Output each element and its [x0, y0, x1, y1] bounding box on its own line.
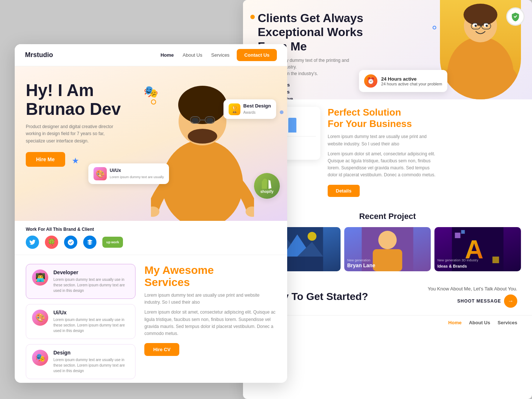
svg-point-19: [378, 231, 397, 249]
svg-text:up: up: [106, 240, 111, 244]
project-thumb-2: New generation Bryan Lane: [344, 227, 431, 271]
award-text: Best Design Awards: [243, 103, 271, 115]
active-badge-icon: ⏰: [364, 74, 377, 88]
nav-services[interactable]: Services: [211, 52, 230, 58]
hero-person: [147, 66, 258, 221]
back-nav-about[interactable]: About Us: [469, 320, 490, 325]
design-service-icon: 🎭: [32, 350, 48, 366]
svg-point-15: [308, 232, 317, 241]
design-service-title: Design: [53, 350, 129, 356]
nav-home[interactable]: Home: [161, 52, 174, 58]
developer-title: Developer: [53, 269, 129, 275]
shoot-message-btn[interactable]: SHOOT MESSAGE →: [428, 294, 517, 308]
decor-dot-orange: [250, 15, 255, 19]
svg-point-28: [178, 86, 227, 124]
shopify-icon: [262, 179, 272, 189]
shoot-label: SHOOT MESSAGE: [457, 299, 501, 304]
developer-text: Lorem ipsum dummy text are usually use i…: [53, 277, 129, 293]
service-card-design: 🎭 Design Lorem ipsum dummy text are usua…: [26, 344, 135, 379]
design-service-text: Lorem ipsum dummy text are usually use i…: [53, 357, 129, 374]
decor-dot-blue: [433, 26, 436, 29]
active-badge-text: 24 Hours active 24 hours active chat you…: [381, 76, 442, 86]
upwork-logo-svg: up work: [105, 238, 120, 246]
uiux-service-icon: 🎨: [32, 310, 48, 326]
perfect-text-2: Lorem ipsum dolor sit amet, consectetur …: [328, 151, 438, 179]
navbar: Mrstudio Home About Us Services Contact …: [15, 44, 287, 66]
perfect-title: Perfect Solution For Your Business: [328, 107, 521, 130]
services-text-1: Lorem ipsum dummy text are usually use p…: [144, 292, 276, 306]
thumb-3-label: Ideas & Brands: [437, 264, 467, 268]
brand-upwork: up work: [102, 237, 123, 248]
svg-rect-23: [455, 233, 461, 238]
hero-title: Hy! I Am Brunao Dev: [26, 81, 136, 118]
front-card: Mrstudio Home About Us Services Contact …: [15, 44, 287, 383]
hire-cv-button[interactable]: Hire CV: [144, 343, 179, 356]
project-thumbs: New generation Bryan Lane A: [254, 227, 521, 271]
logo: Mrstudio: [25, 51, 161, 59]
perfect-text-1: Lorem ipsum dummy text are usually use p…: [328, 133, 438, 147]
services-right: My Awesome Services Lorem ipsum dummy te…: [144, 264, 276, 379]
hero-subtitle: Product designer and digital creative di…: [26, 123, 118, 145]
svg-rect-20: [373, 249, 402, 271]
developer-icon: 👨‍💻: [32, 269, 48, 286]
shopify-label: shopify: [260, 190, 274, 194]
hero-person-svg: [151, 74, 254, 221]
recent-projects-title: Recent Project: [254, 212, 521, 221]
nav-links: Home About Us Services: [161, 52, 229, 58]
brands-section: Work For All This Brand & Client 🍀 up wo…: [15, 221, 287, 255]
brand-4: [83, 236, 96, 249]
hero-decor-star: ★: [72, 156, 79, 166]
back-nav-services[interactable]: Services: [498, 320, 518, 325]
service-card-developer: 👨‍💻 Developer Lorem ipsum dummy text are…: [26, 264, 135, 299]
brands-row: 🍀 up work: [26, 236, 276, 249]
contact-button[interactable]: Contact Us: [237, 49, 277, 61]
active-badge: ⏰ 24 Hours active 24 hours active chat y…: [359, 70, 447, 92]
svg-rect-24: [461, 230, 465, 234]
brands-label: Work For All This Brand & Client: [26, 227, 276, 232]
svg-rect-30: [191, 118, 199, 123]
services-text-2: Lorem ipsum dolor sit amet, consectetur …: [144, 309, 276, 337]
uiux-service-title: Ui/Ux: [53, 310, 129, 315]
hire-me-button[interactable]: Hire Me: [26, 152, 65, 167]
svg-point-29: [188, 129, 217, 144]
svg-point-6: [486, 25, 488, 27]
uiux-text: Ui/Ux Lorem ipsum dummy text are usually: [110, 168, 164, 180]
award-icon: 🏆: [229, 103, 240, 115]
design-content: Design Lorem ipsum dummy text are usuall…: [53, 350, 129, 374]
uiux-badge: 🎨 Ui/Ux Lorem ipsum dummy text are usual…: [88, 163, 169, 184]
cta-right: You Know About Me, Let's Talk About You.…: [428, 286, 517, 308]
perfect-content: Perfect Solution For Your Business Lorem…: [328, 107, 521, 197]
services-main-title: My Awesome Services: [144, 264, 276, 288]
back-nav-home[interactable]: Home: [448, 320, 462, 325]
svg-point-5: [475, 25, 477, 27]
hero-decor-dot-2: [280, 110, 283, 114]
shoot-circle-icon: →: [504, 294, 517, 308]
uiux-icon: 🎨: [94, 167, 107, 180]
shopify-badge: shopify: [254, 173, 280, 199]
developer-content: Developer Lorem ipsum dummy text are usu…: [53, 269, 129, 293]
uiux-content: Ui/Ux Lorem ipsum dummy text are usually…: [53, 310, 129, 333]
svg-rect-25: [493, 257, 499, 263]
brand-1: [26, 236, 39, 249]
details-button[interactable]: Details: [328, 185, 360, 197]
services-section: 👨‍💻 Developer Lorem ipsum dummy text are…: [15, 255, 287, 383]
hero-section: ★ 🎭 Hy! I Am Brunao Dev Product designer…: [15, 66, 287, 221]
thumb-2-sublabel: New generation: [347, 258, 370, 262]
nav-about[interactable]: About Us: [183, 52, 202, 58]
svg-text:work: work: [111, 240, 119, 244]
svg-rect-31: [206, 118, 214, 123]
brand-2: 🍀: [45, 236, 58, 249]
brand-3: [64, 236, 77, 249]
service-cards: 👨‍💻 Developer Lorem ipsum dummy text are…: [26, 264, 135, 379]
svg-point-2: [464, 4, 497, 26]
thumb-3-sublabel: New generation 3D industry: [437, 258, 478, 262]
thumb-2-label: Bryan Lane: [347, 262, 375, 268]
design-award-badge: 🏆 Best Design Awards: [223, 99, 276, 119]
uiux-service-text: Lorem ipsum dummy text are usually use i…: [53, 317, 129, 333]
shield-badge: [506, 7, 525, 26]
project-thumb-3: A New generation 3D industry Ideas & Bra…: [434, 227, 521, 271]
service-card-uiux: 🎨 Ui/Ux Lorem ipsum dummy text are usual…: [26, 304, 135, 339]
cta-right-text: You Know About Me, Let's Talk About You.: [428, 286, 517, 292]
